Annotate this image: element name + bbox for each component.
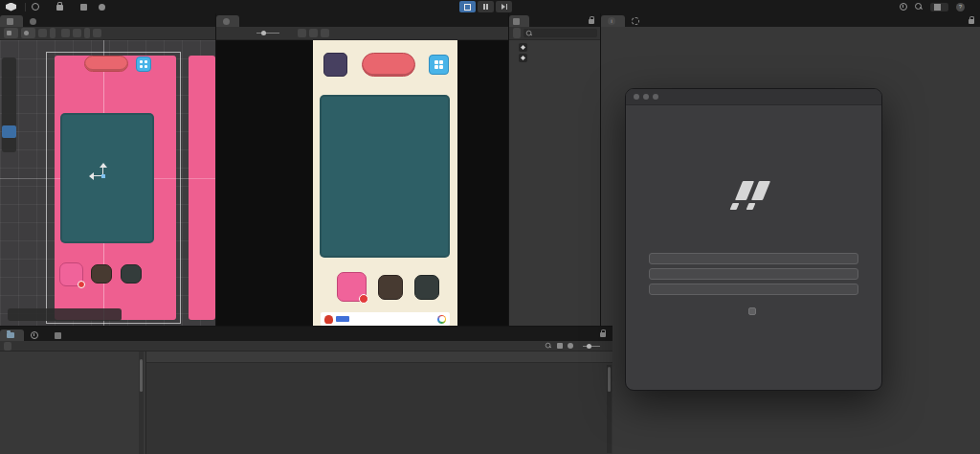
display-dropdown[interactable] — [231, 28, 238, 38]
tab-console[interactable] — [48, 329, 71, 341]
pivot-dropdown[interactable] — [4, 28, 18, 38]
console-tab-icon — [55, 332, 61, 339]
grid-scrollbar[interactable] — [607, 365, 612, 453]
lock-icon[interactable] — [600, 332, 606, 337]
stop-icon — [464, 4, 471, 11]
rotate-tool-icon[interactable] — [2, 99, 16, 111]
scene-tabstrip — [0, 13, 215, 27]
scrollbar-thumb[interactable] — [608, 367, 611, 392]
tab-project-settings[interactable] — [625, 15, 649, 27]
gizmos-icon[interactable] — [321, 29, 329, 37]
scene-toolbar — [0, 27, 215, 40]
board-grid-button[interactable] — [429, 55, 449, 75]
filter-by-type-icon[interactable] — [557, 343, 563, 349]
focus-dropdown[interactable] — [287, 28, 295, 38]
cloud-sync-button[interactable] — [75, 4, 93, 11]
unity-brand — [0, 3, 25, 11]
lock-icon[interactable] — [589, 19, 594, 24]
lock-icon[interactable] — [969, 19, 974, 24]
tab-asset-store[interactable] — [23, 15, 46, 27]
scene-viewport[interactable] — [0, 40, 215, 326]
layout-dropdown[interactable] — [930, 3, 948, 11]
mute-audio-icon[interactable] — [298, 29, 306, 37]
resolution-dropdown[interactable] — [241, 28, 249, 38]
hand-tool-icon[interactable] — [2, 72, 16, 84]
pause-button[interactable] — [478, 1, 494, 12]
contact-support-button[interactable] — [649, 268, 858, 280]
move-tool-icon[interactable] — [2, 85, 16, 98]
scale-control — [252, 28, 284, 38]
grid-icon — [140, 60, 147, 68]
tab-animation[interactable] — [24, 329, 48, 341]
filter-by-label-icon[interactable] — [568, 343, 573, 349]
tab-game[interactable] — [216, 15, 239, 27]
scale-tool-icon[interactable] — [2, 112, 16, 125]
scale-slider[interactable] — [256, 33, 279, 34]
lv15-powerup-button[interactable] — [414, 275, 439, 300]
snap-settings-icon[interactable] — [73, 29, 81, 37]
move-gizmo[interactable] — [91, 163, 116, 188]
slider-knob[interactable] — [587, 344, 591, 349]
vcs-menu[interactable] — [93, 4, 117, 11]
asset-store-menu[interactable] — [51, 3, 75, 11]
scrollbar-thumb[interactable] — [140, 359, 143, 392]
brand-logo — [626, 181, 881, 211]
timer-pill — [84, 56, 128, 72]
board-grid-button — [136, 57, 151, 72]
lv10-powerup-button — [91, 264, 112, 284]
tab-project[interactable] — [0, 329, 24, 341]
freeze-count-badge — [78, 281, 85, 288]
hierarchy-toolbar — [509, 27, 601, 40]
level-badge — [323, 53, 347, 77]
puzzle-board[interactable] — [320, 95, 450, 258]
folder-tree — [0, 352, 145, 454]
pivot-icon — [7, 31, 11, 35]
startup-checkbox[interactable] — [748, 307, 756, 315]
hierarchy-search-input[interactable] — [523, 29, 597, 37]
create-asset-button[interactable] — [4, 342, 11, 351]
search-icon[interactable] — [915, 3, 923, 11]
scale-slider-knob[interactable] — [261, 31, 266, 35]
minimize-icon[interactable] — [643, 94, 649, 100]
history-icon[interactable] — [900, 3, 907, 11]
stats-icon[interactable] — [309, 29, 318, 37]
help-icon[interactable]: ? — [956, 3, 965, 11]
transform-tool-icon[interactable] — [2, 139, 16, 151]
snap-increment-field[interactable] — [84, 28, 90, 38]
orientation-dropdown[interactable] — [21, 28, 35, 38]
maximize-icon[interactable] — [653, 94, 658, 100]
create-object-button[interactable] — [513, 28, 521, 38]
play-button[interactable] — [459, 1, 476, 12]
game-tabstrip — [216, 13, 509, 27]
startup-checkbox-row — [626, 307, 881, 315]
step-button[interactable] — [496, 1, 512, 12]
project-tabstrip — [0, 327, 612, 341]
tab-hierarchy[interactable] — [509, 15, 529, 27]
search-icon[interactable] — [546, 343, 551, 349]
thumbnail-size-slider[interactable] — [583, 346, 600, 347]
integrate-ads-button[interactable] — [649, 284, 858, 295]
hierarchy-item-don[interactable] — [509, 53, 601, 63]
account-menu[interactable] — [26, 3, 51, 11]
camera-settings-icon[interactable] — [93, 29, 101, 37]
grid-size-field[interactable] — [50, 28, 56, 38]
dialog-titlebar[interactable] — [626, 89, 881, 105]
tree-scrollbar[interactable] — [139, 352, 144, 454]
ad-banner[interactable] — [321, 312, 450, 326]
tab-scene[interactable] — [0, 15, 23, 27]
hierarchy-item-gan[interactable] — [509, 42, 601, 53]
hierarchy-tab-icon — [513, 18, 520, 25]
view-options-icon[interactable] — [2, 58, 16, 71]
snap-toggle-icon[interactable] — [61, 29, 70, 37]
visit-website-button[interactable] — [649, 253, 858, 264]
asset-browser — [145, 352, 612, 454]
rect-tool-icon[interactable] — [2, 125, 16, 138]
lv10-powerup-button[interactable] — [378, 275, 403, 300]
game-mode-dropdown[interactable] — [220, 28, 228, 38]
welcome-dialog — [625, 88, 882, 391]
game-viewport[interactable] — [216, 40, 509, 326]
freeze-powerup-button[interactable] — [337, 272, 367, 302]
tab-inspector[interactable]: i — [601, 15, 625, 27]
close-icon[interactable] — [634, 94, 639, 100]
grid-visibility-icon[interactable] — [38, 29, 47, 37]
